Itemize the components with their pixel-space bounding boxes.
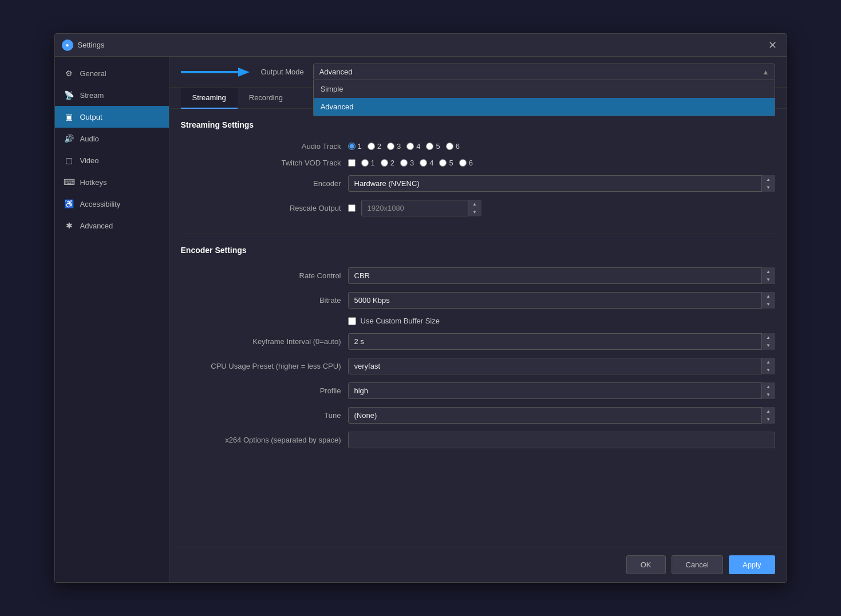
rescale-spin-up[interactable]: ▲ [468,200,481,208]
encoder-label: Encoder [181,179,341,188]
cpu-preset-spinners: ▲ ▼ [761,358,775,374]
sidebar-label-accessibility: Accessibility [80,200,121,208]
rescale-checkbox[interactable] [348,204,356,212]
tab-streaming[interactable]: Streaming [181,88,238,109]
audio-track-2[interactable]: 2 [368,142,381,151]
twitch-vod-5[interactable]: 5 [439,159,453,167]
sidebar-item-stream[interactable]: 📡 Stream [55,84,169,106]
sidebar-label-audio: Audio [80,135,99,143]
encoder-dropdown-wrapper: ▲ ▼ [348,175,775,192]
profile-label: Profile [181,386,341,395]
ok-button[interactable]: OK [626,555,666,574]
apply-button[interactable]: Apply [729,555,775,574]
tune-input[interactable] [348,407,775,424]
option-simple[interactable]: Simple [314,80,775,98]
window-title: Settings [78,41,105,49]
cpu-preset-down[interactable]: ▼ [762,366,775,375]
tab-recording[interactable]: Recording [238,88,294,109]
sidebar-label-advanced: Advanced [80,222,113,230]
cpu-preset-input[interactable] [348,358,775,374]
bitrate-input[interactable] [348,292,775,309]
twitch-vod-1[interactable]: 1 [361,159,375,167]
tune-row: Tune ▲ ▼ [181,407,775,424]
sidebar-label-output: Output [80,113,102,121]
audio-track-5[interactable]: 5 [426,142,440,151]
tune-wrapper: ▲ ▼ [348,407,775,424]
encoder-input[interactable] [348,175,775,192]
keyframe-down[interactable]: ▼ [762,342,775,350]
rate-control-down[interactable]: ▼ [762,276,775,285]
audio-track-6[interactable]: 6 [446,142,460,151]
rate-control-up[interactable]: ▲ [762,267,775,276]
option-advanced[interactable]: Advanced [314,98,775,116]
sidebar-label-video: Video [80,156,99,165]
close-button[interactable]: ✕ [766,38,780,52]
profile-down[interactable]: ▼ [762,391,775,400]
output-mode-dropdown-overlay: Simple Advanced [313,80,775,116]
twitch-vod-6[interactable]: 6 [459,159,473,167]
titlebar: ● Settings ✕ [55,34,787,57]
profile-up[interactable]: ▲ [762,382,775,391]
sidebar-item-general[interactable]: ⚙ General [55,62,169,84]
bitrate-label: Bitrate [181,296,341,305]
rescale-spin-down[interactable]: ▼ [468,208,481,217]
x264-input[interactable] [348,432,775,448]
x264-row: x264 Options (separated by space) [181,432,775,448]
keyframe-input[interactable] [348,333,775,350]
hotkeys-icon: ⌨ [64,177,74,187]
sidebar-item-output[interactable]: ▣ Output [55,106,169,128]
sidebar-item-video[interactable]: ▢ Video [55,149,169,171]
streaming-settings-title: Streaming Settings [181,120,775,133]
rate-control-label: Rate Control [181,271,341,280]
tune-up[interactable]: ▲ [762,407,775,416]
cpu-preset-row: CPU Usage Preset (higher = less CPU) ▲ ▼ [181,358,775,374]
twitch-vod-3[interactable]: 3 [400,159,414,167]
settings-area: Streaming Settings Audio Track 1 2 [169,109,787,547]
audio-icon: 🔊 [64,133,74,144]
footer: OK Cancel Apply [169,547,787,582]
audio-track-4[interactable]: 4 [406,142,420,151]
audio-track-1[interactable]: 1 [348,142,362,151]
tune-down[interactable]: ▼ [762,416,775,424]
video-icon: ▢ [64,155,74,165]
tune-label: Tune [181,411,341,420]
rescale-row: Rescale Output ▲ ▼ [181,200,775,216]
cancel-button[interactable]: Cancel [672,555,723,574]
twitch-vod-2[interactable]: 2 [381,159,394,167]
sidebar-label-general: General [80,69,106,78]
rate-control-input[interactable] [348,267,775,284]
sidebar-label-hotkeys: Hotkeys [80,178,107,187]
rescale-value-input[interactable] [361,200,481,216]
rate-control-spinners: ▲ ▼ [761,267,775,284]
profile-input[interactable] [348,382,775,399]
custom-buffer-label: Use Custom Buffer Size [361,317,440,325]
sidebar-item-audio[interactable]: 🔊 Audio [55,128,169,149]
output-mode-value[interactable] [313,64,775,80]
twitch-vod-checkbox[interactable] [348,159,356,167]
encoder-spin-down[interactable]: ▼ [762,184,775,192]
audio-track-3[interactable]: 3 [387,142,401,151]
sidebar: ⚙ General 📡 Stream ▣ Output 🔊 Audio ▢ Vi… [55,57,169,582]
keyframe-up[interactable]: ▲ [762,333,775,342]
sidebar-item-advanced[interactable]: ✱ Advanced [55,215,169,236]
bitrate-up[interactable]: ▲ [762,292,775,301]
encoder-spin-up[interactable]: ▲ [762,175,775,184]
output-icon: ▣ [64,112,74,122]
sidebar-label-stream: Stream [80,91,104,100]
rescale-controls: ▲ ▼ [348,200,481,216]
custom-buffer-checkbox-label[interactable]: Use Custom Buffer Size [348,317,440,325]
accessibility-icon: ♿ [64,199,74,209]
sidebar-item-accessibility[interactable]: ♿ Accessibility [55,193,169,215]
encoder-row: Encoder ▲ ▼ [181,175,775,192]
audio-track-row: Audio Track 1 2 3 [181,142,775,151]
twitch-vod-4[interactable]: 4 [420,159,433,167]
bitrate-down[interactable]: ▼ [762,301,775,309]
output-mode-bar: Output Mode ▲ Simple Advanced [169,57,787,88]
cpu-preset-up[interactable]: ▲ [762,358,775,366]
sidebar-item-hotkeys[interactable]: ⌨ Hotkeys [55,171,169,193]
rate-control-row: Rate Control ▲ ▼ [181,267,775,284]
custom-buffer-checkbox[interactable] [348,317,356,325]
encoder-settings-section: Encoder Settings Rate Control ▲ ▼ [181,246,775,448]
main-panel: Output Mode ▲ Simple Advanced Streaming … [169,57,787,582]
rescale-label: Rescale Output [181,204,341,212]
